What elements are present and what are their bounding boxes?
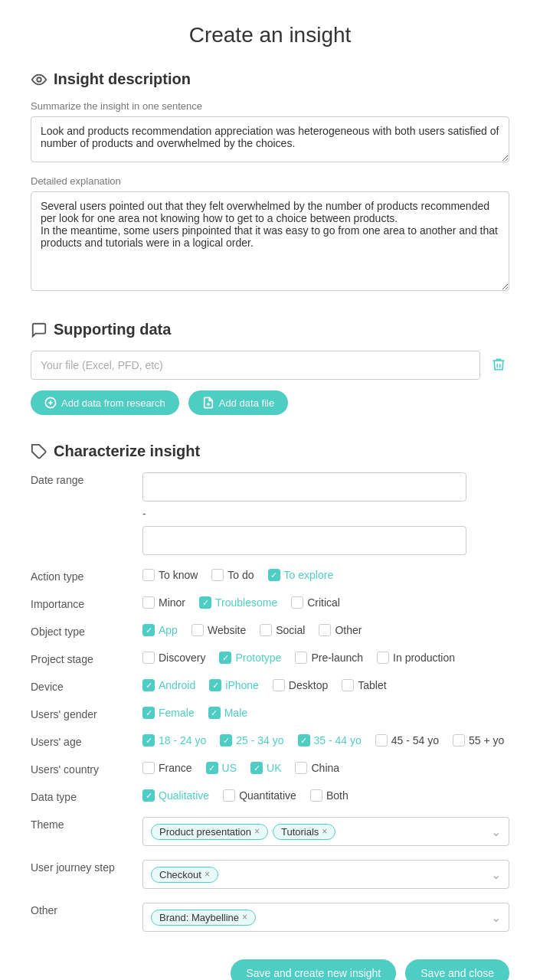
checkbox-item-both[interactable]: Both <box>310 789 349 802</box>
checkbox-both[interactable] <box>310 789 322 802</box>
checkbox-pre-launch[interactable] <box>295 652 307 664</box>
checkbox-male[interactable] <box>208 707 221 719</box>
add-research-button[interactable]: Add data from research <box>31 390 179 415</box>
checkbox-in-production[interactable] <box>377 652 389 664</box>
checkbox-qualitative[interactable] <box>142 789 155 802</box>
checkbox-to-explore[interactable] <box>268 569 280 581</box>
checkbox-item-app[interactable]: App <box>142 624 178 636</box>
date-end-input[interactable]: 07/03/2021 <box>142 526 466 555</box>
other-tag-list: Brand: Maybelline × <box>151 910 491 926</box>
date-start-input[interactable]: 03/03/2021 <box>142 472 466 501</box>
checkbox-item-troublesome[interactable]: Troublesome <box>199 596 277 609</box>
checkbox-tablet[interactable] <box>342 679 354 691</box>
checkbox-item-desktop[interactable]: Desktop <box>273 679 328 691</box>
checkbox-item-to-explore[interactable]: To explore <box>268 569 334 581</box>
checkbox-item-quantitative[interactable]: Quantitative <box>223 789 296 802</box>
checkbox-item-china[interactable]: China <box>295 762 339 774</box>
checkbox-item-in-production[interactable]: In production <box>377 652 455 664</box>
checkbox-item-other[interactable]: Other <box>319 624 362 636</box>
checkbox-item-prototype[interactable]: Prototype <box>219 652 281 664</box>
checkbox-item-us[interactable]: US <box>206 762 237 774</box>
theme-dropdown[interactable]: Product presentation ×Tutorials × ⌄ <box>142 817 509 846</box>
date-range-label: Date range <box>31 472 130 486</box>
tag-remove-icon[interactable]: × <box>322 826 327 837</box>
checkbox-item-45---54-yo[interactable]: 45 - 54 yo <box>375 734 439 746</box>
checkbox-quantitative[interactable] <box>223 789 235 802</box>
journey-step-label: User journey step <box>31 860 130 874</box>
checkbox-item-discovery[interactable]: Discovery <box>142 652 205 664</box>
tag-brand:-maybelline: Brand: Maybelline × <box>151 910 256 926</box>
checkbox-item-female[interactable]: Female <box>142 707 195 719</box>
other-dropdown-container: Brand: Maybelline × ⌄ <box>142 903 509 932</box>
other-dropdown[interactable]: Brand: Maybelline × ⌄ <box>142 903 509 932</box>
add-file-button[interactable]: Add data file <box>188 390 288 415</box>
checkbox-item-minor[interactable]: Minor <box>142 596 185 609</box>
project-stage-label: Project stage <box>31 652 130 665</box>
checkbox-item-android[interactable]: Android <box>142 679 195 691</box>
save-close-button[interactable]: Save and close <box>405 959 509 980</box>
checkbox-item-uk[interactable]: UK <box>250 762 281 774</box>
summary-textarea[interactable]: Look and products recommendation appreci… <box>31 116 509 162</box>
importance-label: Importance <box>31 596 130 610</box>
checkbox-female[interactable] <box>142 707 155 719</box>
checkbox-item-qualitative[interactable]: Qualitative <box>142 789 209 802</box>
checkbox-25---34-yo[interactable] <box>220 734 232 746</box>
file-input[interactable]: Your file (Excel, PFD, etc) <box>31 351 480 380</box>
detail-textarea[interactable]: Several users pointed out that they felt… <box>31 191 509 291</box>
checkbox-website[interactable] <box>191 624 204 636</box>
checkbox-critical[interactable] <box>291 596 303 609</box>
checkbox-item-35---44-yo[interactable]: 35 - 44 yo <box>298 734 362 746</box>
checkbox-18---24-yo[interactable] <box>142 734 155 746</box>
checkbox-item-pre-launch[interactable]: Pre-launch <box>295 652 363 664</box>
checkbox-to-do[interactable] <box>211 569 224 581</box>
detail-label: Detailed explanation <box>31 175 509 187</box>
tag-product-presentation: Product presentation × <box>151 824 268 840</box>
checkbox-item-france[interactable]: France <box>142 762 192 774</box>
object-type-fields: AppWebsiteSocialOther <box>142 624 362 636</box>
checkbox-social[interactable] <box>260 624 272 636</box>
checkbox-app[interactable] <box>142 624 155 636</box>
checkbox-china[interactable] <box>295 762 307 774</box>
action-type-fields: To knowTo doTo explore <box>142 569 333 581</box>
journey-chevron-icon: ⌄ <box>491 867 501 882</box>
checkbox-troublesome[interactable] <box>199 596 211 609</box>
checkbox-minor[interactable] <box>142 596 155 609</box>
svg-point-0 <box>37 77 41 82</box>
checkbox-item-55-+-yo[interactable]: 55 + yo <box>453 734 504 746</box>
checkbox-35---44-yo[interactable] <box>298 734 310 746</box>
checkbox-other[interactable] <box>319 624 331 636</box>
checkbox-to-know[interactable] <box>142 569 155 581</box>
checkbox-item-18---24-yo[interactable]: 18 - 24 yo <box>142 734 206 746</box>
checkbox-prototype[interactable] <box>219 652 231 664</box>
checkbox-45---54-yo[interactable] <box>375 734 388 746</box>
checkbox-item-male[interactable]: Male <box>208 707 247 719</box>
checkbox-discovery[interactable] <box>142 652 155 664</box>
checkbox-uk[interactable] <box>250 762 263 774</box>
checkbox-item-25---34-yo[interactable]: 25 - 34 yo <box>220 734 283 746</box>
checkbox-item-critical[interactable]: Critical <box>291 596 340 609</box>
delete-file-button[interactable] <box>488 354 509 377</box>
checkbox-android[interactable] <box>142 679 155 691</box>
checkbox-us[interactable] <box>206 762 218 774</box>
checkbox-iphone[interactable] <box>209 679 221 691</box>
checkbox-item-to-do[interactable]: To do <box>211 569 254 581</box>
users-gender-row: Users' gender FemaleMale <box>31 707 509 720</box>
checkbox-item-to-know[interactable]: To know <box>142 569 198 581</box>
other-row: Other Brand: Maybelline × ⌄ <box>31 903 509 932</box>
checkbox-55-+-yo[interactable] <box>453 734 465 746</box>
device-row: Device AndroidiPhoneDesktopTablet <box>31 679 509 693</box>
checkbox-desktop[interactable] <box>273 679 285 691</box>
tag-icon <box>31 443 47 460</box>
checkbox-item-website[interactable]: Website <box>191 624 246 636</box>
save-new-button[interactable]: Save and create new insight <box>231 959 396 980</box>
object-type-label: Object type <box>31 624 130 638</box>
data-type-label: Data type <box>31 789 130 803</box>
checkbox-item-social[interactable]: Social <box>260 624 305 636</box>
checkbox-item-tablet[interactable]: Tablet <box>342 679 386 691</box>
tag-remove-icon[interactable]: × <box>205 869 210 880</box>
tag-remove-icon[interactable]: × <box>242 912 247 923</box>
checkbox-item-iphone[interactable]: iPhone <box>209 679 259 691</box>
journey-step-dropdown[interactable]: Checkout × ⌄ <box>142 860 509 889</box>
checkbox-france[interactable] <box>142 762 155 774</box>
tag-remove-icon[interactable]: × <box>254 826 260 837</box>
